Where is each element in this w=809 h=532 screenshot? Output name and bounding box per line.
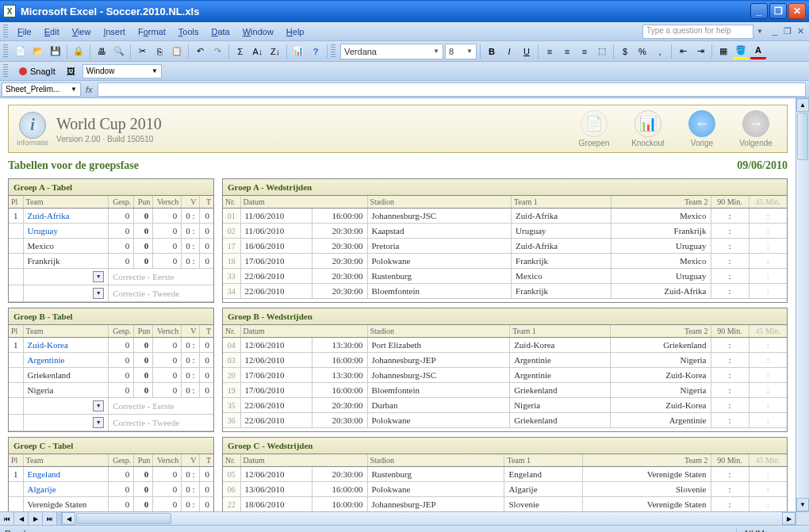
- align-left-button[interactable]: ≡: [542, 44, 558, 59]
- scroll-right-button[interactable]: ▶: [782, 512, 796, 525]
- nav-groepen-button[interactable]: 📄: [581, 110, 608, 137]
- maximize-button[interactable]: ❐: [769, 3, 787, 19]
- permission-button[interactable]: 🔒: [71, 44, 86, 59]
- match-90min[interactable]: :: [711, 398, 749, 413]
- doc-restore-button[interactable]: ❐: [782, 26, 793, 37]
- snagit-window-dropdown[interactable]: Window▼: [82, 64, 162, 78]
- team-cell[interactable]: Argentinie: [23, 353, 109, 368]
- menu-tools[interactable]: Tools: [172, 25, 205, 39]
- scroll-thumb[interactable]: [797, 113, 808, 160]
- match-90min[interactable]: :: [711, 383, 749, 398]
- match-90min[interactable]: :: [711, 239, 749, 254]
- match-45min[interactable]: :: [749, 368, 787, 383]
- match-45min[interactable]: :: [749, 413, 787, 428]
- percent-button[interactable]: %: [635, 44, 650, 59]
- font-color-button[interactable]: A: [750, 44, 766, 59]
- scroll-down-button[interactable]: ▼: [796, 498, 809, 511]
- menu-help[interactable]: Help: [280, 25, 311, 39]
- vertical-scrollbar[interactable]: ▲ ▼: [796, 98, 809, 511]
- match-45min[interactable]: :: [749, 497, 787, 512]
- match-90min[interactable]: :: [711, 353, 749, 368]
- font-size-selector[interactable]: 8▼: [445, 44, 477, 59]
- dropdown-icon[interactable]: ▼: [93, 288, 104, 299]
- align-right-button[interactable]: ≡: [577, 44, 592, 59]
- match-45min[interactable]: :: [749, 254, 787, 269]
- match-45min[interactable]: :: [749, 224, 787, 239]
- help-search-input[interactable]: Type a question for help: [642, 25, 753, 39]
- match-45min[interactable]: :: [749, 467, 787, 482]
- match-45min[interactable]: :: [749, 398, 787, 413]
- minimize-button[interactable]: _: [750, 3, 768, 19]
- match-90min[interactable]: :: [711, 497, 749, 512]
- team-cell[interactable]: Uruguay: [23, 224, 109, 239]
- italic-button[interactable]: I: [501, 44, 517, 59]
- match-90min[interactable]: :: [711, 254, 749, 269]
- match-90min[interactable]: :: [711, 224, 749, 239]
- worksheet-viewport[interactable]: i Informatie World Cup 2010 Version 2.00…: [0, 98, 796, 511]
- match-90min[interactable]: :: [711, 338, 749, 353]
- paste-button[interactable]: 📋: [169, 44, 185, 59]
- doc-minimize-button[interactable]: _: [769, 26, 780, 37]
- scroll-up-button[interactable]: ▲: [796, 98, 809, 112]
- nav-vorige-button[interactable]: ←: [688, 110, 715, 137]
- cut-button[interactable]: ✂: [134, 44, 150, 59]
- scroll-thumb[interactable]: [76, 513, 171, 524]
- menu-window[interactable]: Window: [236, 25, 280, 39]
- match-90min[interactable]: :: [711, 209, 749, 224]
- toolbar-grip-icon[interactable]: [3, 64, 8, 78]
- horizontal-scrollbar[interactable]: ◀ ▶: [62, 512, 796, 525]
- match-45min[interactable]: :: [749, 383, 787, 398]
- dropdown-icon[interactable]: ▼: [93, 271, 104, 282]
- dropdown-icon[interactable]: ▼: [93, 417, 104, 428]
- tab-first-button[interactable]: ⏮: [0, 512, 14, 525]
- snagit-button[interactable]: SnagIt: [14, 65, 60, 78]
- menu-insert[interactable]: Insert: [97, 25, 132, 39]
- tab-prev-button[interactable]: ◀: [14, 512, 29, 525]
- save-button[interactable]: 💾: [48, 44, 63, 59]
- menu-data[interactable]: Data: [205, 25, 236, 39]
- help-button[interactable]: ?: [308, 44, 324, 59]
- menu-file[interactable]: File: [11, 25, 38, 39]
- snagit-config-button[interactable]: 🖼: [63, 63, 79, 79]
- team-cell[interactable]: Algarije: [23, 482, 109, 497]
- formula-bar[interactable]: [98, 82, 806, 97]
- underline-button[interactable]: U: [519, 44, 535, 59]
- close-button[interactable]: ✕: [788, 3, 806, 19]
- fill-color-button[interactable]: 🪣: [733, 44, 749, 59]
- menu-edit[interactable]: Edit: [38, 25, 66, 39]
- toolbar-grip-icon[interactable]: [331, 44, 335, 59]
- match-45min[interactable]: :: [749, 209, 787, 224]
- match-45min[interactable]: :: [749, 338, 787, 353]
- name-box[interactable]: Sheet_Prelim...▼: [2, 82, 81, 97]
- scroll-track[interactable]: [796, 161, 809, 498]
- increase-indent-button[interactable]: ⇥: [692, 44, 708, 59]
- open-button[interactable]: 📂: [30, 44, 46, 59]
- match-90min[interactable]: :: [711, 368, 749, 383]
- match-45min[interactable]: :: [749, 284, 787, 299]
- menu-view[interactable]: View: [66, 25, 98, 39]
- match-90min[interactable]: :: [711, 413, 749, 428]
- fx-icon[interactable]: fx: [86, 85, 93, 94]
- autosum-button[interactable]: Σ: [232, 44, 248, 59]
- toolbar-grip-icon[interactable]: [3, 44, 8, 59]
- match-90min[interactable]: :: [711, 284, 749, 299]
- team-cell[interactable]: Engeland: [23, 467, 109, 482]
- team-cell[interactable]: Zuid-Korea: [23, 338, 109, 353]
- match-90min[interactable]: :: [711, 467, 749, 482]
- new-button[interactable]: 📄: [13, 44, 29, 59]
- doc-close-button[interactable]: ✕: [795, 26, 806, 37]
- redo-button[interactable]: ↷: [209, 44, 225, 59]
- help-dropdown-icon[interactable]: ▼: [757, 28, 763, 35]
- comma-button[interactable]: ,: [652, 44, 668, 59]
- match-45min[interactable]: :: [749, 269, 787, 284]
- tab-last-button[interactable]: ⏭: [43, 512, 57, 525]
- match-90min[interactable]: :: [711, 269, 749, 284]
- bold-button[interactable]: B: [484, 44, 500, 59]
- chart-button[interactable]: 📊: [290, 44, 306, 59]
- decrease-indent-button[interactable]: ⇤: [675, 44, 691, 59]
- match-45min[interactable]: :: [749, 353, 787, 368]
- match-45min[interactable]: :: [749, 482, 787, 497]
- copy-button[interactable]: ⎘: [151, 44, 167, 59]
- scroll-left-button[interactable]: ◀: [62, 512, 75, 525]
- borders-button[interactable]: ▦: [715, 44, 731, 59]
